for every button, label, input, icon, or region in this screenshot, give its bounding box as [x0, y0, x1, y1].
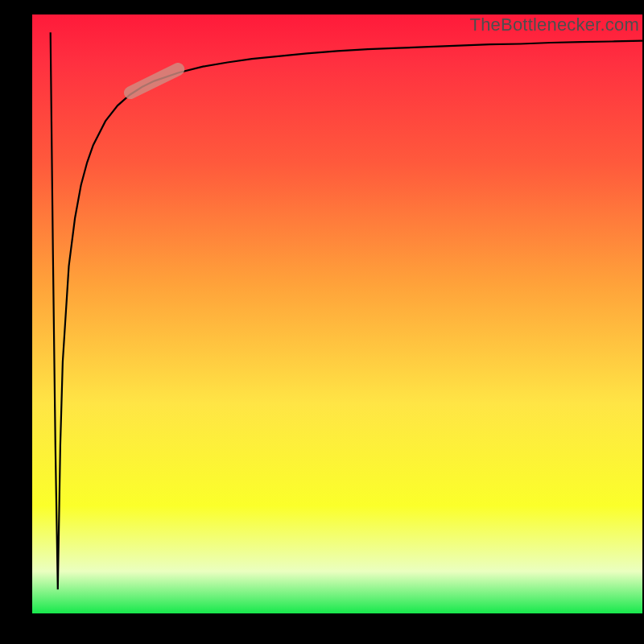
- chart-frame: TheBottlenecker.com: [0, 0, 644, 644]
- curve-layer: [32, 14, 642, 613]
- plot-area: TheBottlenecker.com: [32, 14, 642, 613]
- bottleneck-curve: [51, 32, 642, 589]
- curve-marker: [130, 69, 178, 93]
